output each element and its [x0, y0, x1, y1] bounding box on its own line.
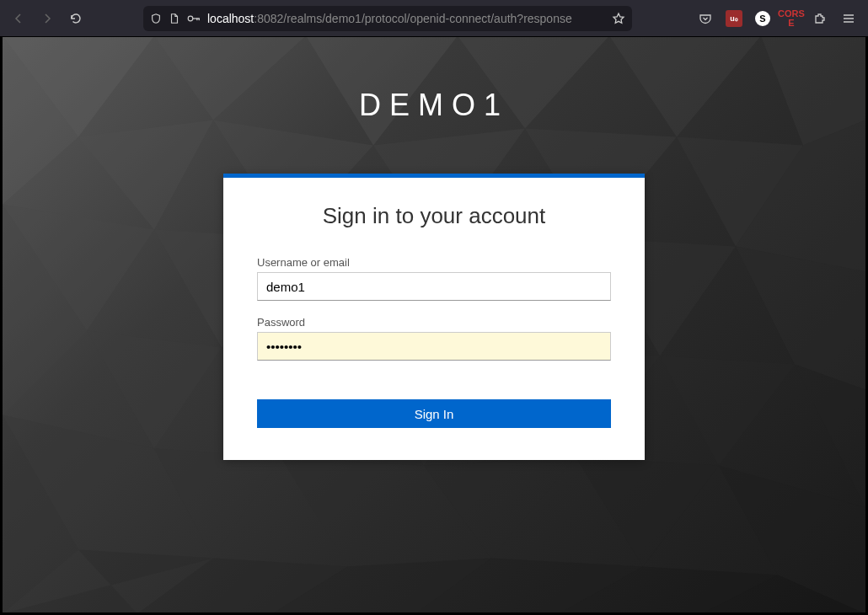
back-button[interactable] [7, 7, 30, 30]
url-host: localhost [207, 12, 254, 25]
username-input[interactable] [257, 272, 611, 301]
card-title: Sign in to your account [257, 203, 611, 229]
svg-marker-36 [424, 457, 576, 559]
password-group: Password [257, 316, 611, 361]
svg-marker-34 [154, 449, 281, 559]
svg-marker-35 [281, 457, 424, 567]
cors-extension-icon[interactable]: CORSE [779, 6, 804, 31]
login-card: Sign in to your account Username or emai… [223, 174, 645, 460]
svg-rect-3 [199, 18, 200, 20]
username-group: Username or email [257, 256, 611, 301]
url-text: localhost:8082/realms/demo1/protocol/ope… [207, 12, 605, 25]
username-label: Username or email [257, 256, 611, 269]
url-bar[interactable]: localhost:8082/realms/demo1/protocol/ope… [143, 6, 632, 31]
forward-button[interactable] [35, 7, 59, 30]
svg-point-0 [188, 16, 193, 21]
password-label: Password [257, 316, 611, 329]
bookmark-star-icon[interactable] [612, 12, 625, 25]
url-path: :8082/realms/demo1/protocol/openid-conne… [254, 12, 571, 25]
realm-title: DEMO1 [359, 88, 509, 123]
svg-rect-2 [196, 18, 197, 20]
shield-icon [150, 13, 162, 24]
reload-button[interactable] [64, 7, 88, 30]
page-inner: DEMO1 Sign in to your account Username o… [3, 37, 865, 460]
extensions-icon[interactable] [807, 6, 833, 31]
sign-in-button[interactable]: Sign In [257, 399, 611, 428]
svg-marker-37 [576, 457, 719, 567]
page-icon [169, 13, 180, 24]
key-icon [187, 13, 201, 24]
svg-rect-1 [192, 18, 199, 19]
browser-toolbar: localhost:8082/realms/demo1/protocol/ope… [0, 0, 868, 37]
password-input[interactable] [257, 332, 611, 361]
menu-icon[interactable] [836, 6, 861, 31]
pocket-icon[interactable] [693, 6, 718, 31]
ublock-icon[interactable]: u₀ [721, 6, 747, 31]
page-content: DEMO1 Sign in to your account Username o… [0, 37, 868, 615]
toolbar-right: u₀ S CORSE [693, 6, 861, 31]
extension-s-icon[interactable]: S [750, 6, 775, 31]
